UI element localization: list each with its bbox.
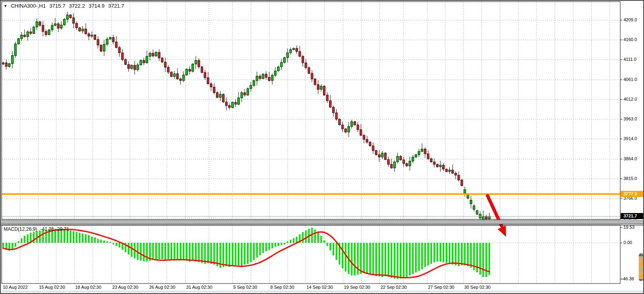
macd-histogram-bar <box>201 243 203 263</box>
macd-histogram-bar <box>287 241 288 243</box>
candle-body <box>189 69 191 71</box>
candle-body <box>286 53 288 58</box>
candle-body <box>436 164 438 167</box>
macd-histogram-bar <box>272 243 273 248</box>
candle-body <box>2 63 4 64</box>
candle-body <box>427 154 429 159</box>
candle-body <box>51 25 53 30</box>
candle-body <box>360 130 362 135</box>
macd-histogram-bar <box>140 243 142 261</box>
candle-body <box>115 42 117 48</box>
macd-histogram-bar <box>171 243 172 260</box>
candle-body <box>39 22 41 25</box>
candle-body <box>415 155 417 157</box>
macd-histogram-bar <box>354 243 356 275</box>
macd-histogram-bar <box>281 243 282 245</box>
candle-body <box>433 162 435 164</box>
macd-histogram-bar <box>329 243 331 251</box>
candle-body <box>284 58 286 62</box>
candle-body <box>265 74 267 77</box>
macd-histogram-bar <box>449 243 451 264</box>
macd-histogram-bar <box>131 243 132 257</box>
macd-histogram-bar <box>143 243 145 261</box>
candle-body <box>339 119 341 125</box>
candle-body <box>164 62 166 67</box>
candle-body <box>458 175 460 180</box>
macd-histogram-bar <box>180 243 181 259</box>
time-axis-label: 14 Sep 02:30 <box>307 285 333 290</box>
candle-body <box>391 164 393 168</box>
price-axis-label: 3963.0 <box>623 116 637 122</box>
candle-body <box>36 22 38 27</box>
macd-histogram-bar <box>27 234 29 243</box>
candle-body <box>97 39 99 45</box>
candle-body <box>280 62 282 67</box>
macd-histogram-bar <box>379 243 380 276</box>
candle-body <box>329 101 331 107</box>
pane-divider-line <box>0 225 644 226</box>
candle-body <box>171 72 173 77</box>
candle-body <box>320 86 322 89</box>
macd-histogram-bar <box>222 243 224 267</box>
candle-body <box>485 216 487 219</box>
candle-body <box>222 94 224 102</box>
macd-histogram-bar <box>91 237 93 243</box>
macd-histogram-bar <box>345 243 346 271</box>
candle-body <box>296 48 298 52</box>
candle-body <box>357 125 359 130</box>
candle-body <box>397 156 399 162</box>
candle-body <box>225 102 227 106</box>
macd-histogram-bar <box>302 232 304 243</box>
candle-body <box>482 216 484 220</box>
candle-body <box>387 159 389 164</box>
macd-axis-label: 19.53 <box>623 225 635 230</box>
candle-body <box>137 65 139 70</box>
macd-histogram-bar <box>464 243 466 265</box>
candle-body <box>308 68 310 73</box>
macd-histogram-bar <box>442 243 444 262</box>
macd-histogram-bar <box>97 239 99 243</box>
candle-body <box>305 63 307 68</box>
macd-histogram-bar <box>268 243 270 250</box>
macd-histogram-bar <box>375 243 377 276</box>
macd-histogram-bar <box>247 243 249 264</box>
macd-histogram-bar <box>486 243 487 277</box>
macd-histogram-bar <box>430 243 432 264</box>
candle-body <box>455 173 457 175</box>
symbol-dropdown-icon[interactable]: ▼ <box>4 4 7 8</box>
candle-body <box>82 29 84 31</box>
macd-histogram-bar <box>363 243 365 273</box>
macd-histogram-bar <box>192 243 193 261</box>
candle-body <box>128 64 130 68</box>
time-axis-label: 26 Aug 02:30 <box>149 285 175 290</box>
scrollbar-thumb[interactable] <box>639 253 643 281</box>
candle-body <box>30 32 32 33</box>
pane-divider-line <box>0 224 644 224</box>
price-axis-label: 3864.0 <box>623 156 637 161</box>
candle-body <box>66 15 68 19</box>
macd-histogram-bar <box>226 243 227 266</box>
macd-histogram-bar <box>94 237 96 243</box>
candle-body <box>228 106 230 108</box>
candle-body <box>250 85 252 89</box>
candle-body <box>241 93 243 98</box>
candle-body <box>342 125 344 129</box>
macd-histogram-bar <box>335 243 337 260</box>
candle-body <box>192 64 194 71</box>
macd-histogram-bar <box>284 243 285 244</box>
macd-histogram-bar <box>183 243 184 260</box>
candle-body <box>216 93 218 97</box>
macd-histogram-bar <box>351 243 352 275</box>
macd-histogram-bar <box>241 243 243 266</box>
candle-body <box>256 76 258 81</box>
symbol-bar: ▼ CHINA300-,H1 3715.7 3722.2 3714.9 3721… <box>4 3 124 9</box>
macd-histogram-bar <box>314 230 316 243</box>
ohlc-open: 3715.7 <box>49 3 66 9</box>
chart-canvas[interactable] <box>0 0 644 294</box>
macd-histogram-bar <box>406 243 407 277</box>
macd-histogram-bar <box>434 243 435 262</box>
macd-histogram-bar <box>155 243 157 259</box>
candle-body <box>103 44 105 51</box>
bid-price-badge: 3721.7 <box>621 213 644 219</box>
macd-histogram-bar <box>113 243 114 244</box>
